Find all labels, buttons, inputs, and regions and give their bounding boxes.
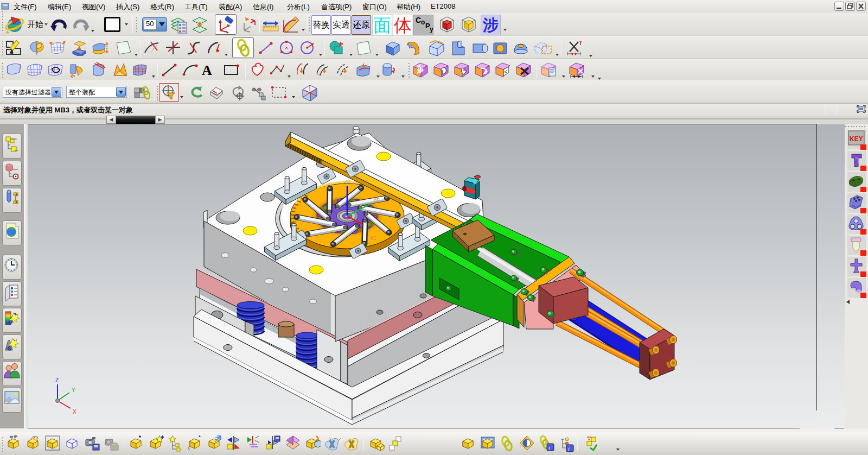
svg-text:XC: XC: [370, 236, 376, 242]
svg-text:Z: Z: [55, 377, 59, 383]
svg-text:KEY: KEY: [850, 135, 863, 143]
svg-text:ZC: ZC: [344, 179, 350, 185]
svg-text:Y: Y: [72, 387, 75, 393]
svg-text:YC: YC: [373, 198, 380, 204]
svg-text:X: X: [73, 409, 76, 415]
svg-text:i: i: [568, 445, 570, 452]
svg-text:i: i: [548, 444, 550, 451]
